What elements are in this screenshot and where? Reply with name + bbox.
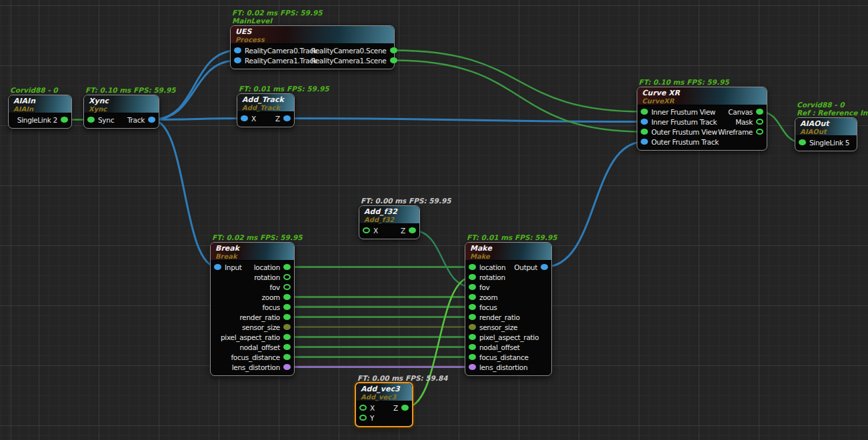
pin-rotation-in[interactable] — [469, 274, 476, 280]
out-pin-group: Track — [127, 116, 155, 124]
pin-inner-frustum-track-in[interactable] — [641, 119, 648, 125]
pin-zoom-out[interactable] — [283, 294, 291, 300]
node-addvec3[interactable]: FT: 0.00 ms FPS: 59.84Add_vec3Add_vec3XZ… — [355, 382, 413, 427]
pin-label: Canvas — [728, 108, 753, 116]
node-header[interactable]: AIAInAIAIn — [9, 95, 71, 113]
pin-label: RealityCamera1.Track — [245, 57, 317, 65]
pin-label: focus_distance — [479, 353, 529, 361]
wire-addtrack-to-curvexr[interactable] — [287, 119, 645, 122]
pin-label: Wireframe — [718, 128, 753, 136]
node-header[interactable]: MakeMake — [465, 243, 551, 261]
pin-pixel-aspect-ratio-in[interactable] — [469, 334, 476, 340]
pin-outer-frustum-track-in[interactable] — [641, 139, 648, 145]
pin-realitycamera0-scene-out[interactable] — [390, 47, 397, 53]
pin-x-in[interactable] — [363, 227, 370, 233]
in-pin-group: Input — [214, 263, 242, 271]
node-title: Add_vec3 — [361, 385, 407, 393]
node-header[interactable]: Add_TrackAdd_Track — [237, 94, 294, 112]
pin-canvas-out[interactable] — [756, 109, 763, 115]
pin-output-out[interactable] — [541, 264, 548, 270]
in-pin-group: RealityCamera1.Track — [234, 57, 311, 65]
node-header[interactable]: UESProcess — [231, 26, 394, 44]
pin-wireframe-out[interactable] — [756, 129, 763, 135]
node-header[interactable]: Add_f32Add_f32 — [359, 206, 419, 224]
pin-nodal-offset-out[interactable] — [283, 344, 291, 350]
pin-zoom-in[interactable] — [469, 294, 476, 300]
in-pin-group: focus_distance — [469, 353, 529, 361]
wire-xync-to-ues[interactable] — [152, 61, 238, 120]
pin-singlelink-5-in[interactable] — [799, 139, 806, 145]
pin-sensor-size-in[interactable] — [469, 324, 476, 330]
node-header[interactable]: Add_vec3Add_vec3 — [356, 383, 412, 401]
pin-nodal-offset-in[interactable] — [469, 344, 476, 350]
node-subtitle: CurveXR — [642, 97, 762, 105]
pin-x-in[interactable] — [241, 115, 248, 121]
wire-make-to-curvexr[interactable] — [545, 142, 645, 267]
node-header[interactable]: BreakBreak — [211, 243, 294, 261]
node-aiaout[interactable]: Corvid88 - 0Ref : Reference In - Unknown… — [795, 117, 857, 151]
node-rows: Inputlocationrotationfovzoomfocusrender_… — [211, 261, 294, 372]
node-subtitle: AIAOut — [800, 128, 852, 135]
node-subtitle: Add_Track — [242, 104, 289, 111]
pin-track-out[interactable] — [148, 117, 155, 123]
node-curvexr[interactable]: FT: 0.10 ms FPS: 59.95Curve XRCurveXRInn… — [637, 87, 767, 151]
wire-xync-to-ues[interactable] — [152, 51, 238, 120]
out-pin-group: Canvas — [728, 108, 763, 116]
wire-xync-to-break[interactable] — [152, 120, 218, 267]
pin-inner-frustum-view-in[interactable] — [641, 109, 648, 115]
in-pin-group: sensor_size — [469, 323, 517, 331]
pin-realitycamera0-track-in[interactable] — [234, 47, 241, 53]
pin-input-in[interactable] — [214, 264, 221, 270]
pin-z-out[interactable] — [283, 115, 291, 121]
pin-lens-distortion-out[interactable] — [283, 364, 291, 370]
node-row: sensor_size — [465, 322, 551, 332]
pin-focus-out[interactable] — [283, 304, 291, 310]
in-pin-group: RealityCamera0.Track — [234, 47, 311, 55]
node-ues[interactable]: FT: 0.02 ms FPS: 59.95MainLevelUESProces… — [230, 25, 395, 69]
node-make[interactable]: FT: 0.01 ms FPS: 59.95MakeMakelocationOu… — [465, 242, 552, 376]
pin-label: Output — [514, 263, 537, 271]
pin-z-out[interactable] — [409, 227, 416, 233]
pin-pixel-aspect-ratio-out[interactable] — [283, 334, 291, 340]
pin-label: RealityCamera1.Scene — [311, 57, 386, 65]
node-addtrack[interactable]: FT: 0.01 ms FPS: 59.95Add_TrackAdd_Track… — [237, 93, 295, 127]
pin-singlelink-2-out[interactable] — [61, 117, 68, 123]
node-xync[interactable]: FT: 0.10 ms FPS: 59.95XyncXyncSyncTrack — [83, 95, 159, 129]
pin-mask-out[interactable] — [756, 119, 763, 125]
pin-sync-in[interactable] — [87, 117, 95, 123]
node-aiain[interactable]: Corvid88 - 0AIAInAIAInSingleLink 2 — [8, 95, 72, 129]
node-row: SingleLink 2 — [9, 115, 71, 125]
node-graph-canvas[interactable]: Corvid88 - 0AIAInAIAInSingleLink 2FT: 0.… — [0, 0, 868, 440]
pin-focus-distance-out[interactable] — [283, 354, 291, 360]
node-addf32[interactable]: FT: 0.00 ms FPS: 59.95Add_f32Add_f32XZ — [359, 205, 420, 239]
pin-render-ratio-out[interactable] — [283, 314, 291, 320]
pin-sensor-size-out[interactable] — [283, 324, 291, 330]
pin-outer-frustum-view-in[interactable] — [641, 129, 648, 135]
node-header[interactable]: Curve XRCurveXR — [637, 87, 767, 105]
pin-y-in[interactable] — [359, 415, 367, 421]
pin-label: X — [370, 404, 375, 412]
pin-rotation-out[interactable] — [283, 274, 291, 280]
pin-label: focus — [262, 303, 280, 311]
pin-lens-distortion-in[interactable] — [469, 364, 476, 370]
pin-render-ratio-in[interactable] — [469, 314, 476, 320]
pin-fov-out[interactable] — [283, 284, 291, 290]
pin-x-in[interactable] — [359, 405, 367, 411]
node-break[interactable]: FT: 0.02 ms FPS: 59.95BreakBreakInputloc… — [210, 242, 295, 376]
pin-location-in[interactable] — [469, 264, 476, 270]
node-header[interactable]: AIAOutAIAOut — [795, 118, 857, 136]
pin-location-out[interactable] — [283, 264, 291, 270]
in-pin-group: lens_distortion — [469, 363, 527, 371]
wire-addf32-to-make[interactable] — [413, 231, 473, 287]
node-title: Curve XR — [642, 89, 762, 97]
pin-realitycamera1-track-in[interactable] — [234, 57, 241, 63]
pin-z-out[interactable] — [401, 405, 409, 411]
node-header[interactable]: XyncXync — [84, 95, 159, 113]
wire-ues-to-curvexr[interactable] — [393, 51, 644, 112]
node-row: pixel_aspect_ratio — [211, 332, 294, 342]
pin-realitycamera1-scene-out[interactable] — [390, 57, 397, 63]
pin-fov-in[interactable] — [469, 284, 476, 290]
out-pin-group: Wireframe — [718, 128, 763, 136]
pin-focus-in[interactable] — [469, 304, 476, 310]
pin-focus-distance-in[interactable] — [469, 354, 476, 360]
